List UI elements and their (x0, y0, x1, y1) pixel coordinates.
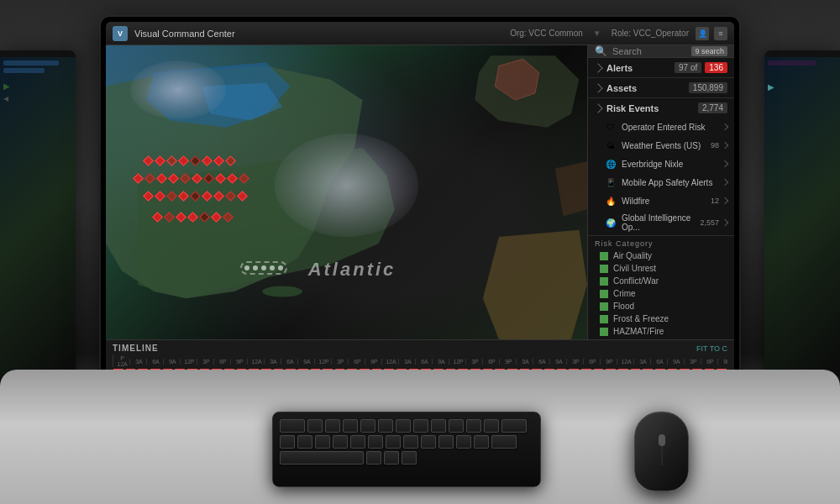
sub-item-label-1: Weather Events (US) (622, 141, 711, 150)
timeline-tick-1: 3A (129, 359, 146, 365)
menu-icon[interactable]: ≡ (714, 27, 727, 40)
timeline-tick-13: 3P (331, 359, 348, 365)
risk-category-section: Risk Category Air Quality Civil Unrest C… (588, 236, 734, 339)
timeline-tick-34: 3P (684, 359, 701, 365)
sub-item-label-5: Global Intelligence Op... (622, 213, 700, 232)
org-label: Org: VCC Common (510, 29, 583, 38)
timeline-tick-35: 6P (701, 359, 717, 365)
risk-checkbox-3[interactable] (600, 290, 608, 298)
alerts-row[interactable]: Alerts 97 of 136 (588, 58, 734, 77)
risk-label-0: Air Quality (613, 251, 652, 260)
timeline-tick-18: 6A (415, 359, 432, 365)
left-monitor: ▶ ◀ (0, 50, 76, 386)
keyboard-keys (273, 412, 540, 471)
sub-item-count-4: 12 (711, 197, 719, 205)
sub-item-icon-2: 🌐 (605, 158, 617, 170)
timeline-tick-21: 3P (465, 359, 482, 365)
risk-checkbox-6[interactable] (600, 328, 608, 336)
timeline-tick-23: 9P (499, 359, 516, 365)
assets-row[interactable]: Assets 150,899 (588, 78, 734, 97)
timeline-tick-29: 9P (600, 359, 617, 365)
risk-cat-item-1[interactable]: Civil Unrest (588, 262, 734, 275)
sub-item-label-3: Mobile App Safety Alerts (622, 178, 719, 187)
sub-item-label-4: Wildfire (622, 197, 711, 206)
user-icon[interactable]: 👤 (696, 27, 709, 40)
left-screen-content: ▶ ◀ (0, 57, 76, 106)
atlantic-label: Atlantic (308, 259, 396, 281)
risk-label-2: Conflict/War (613, 276, 659, 286)
risk-cat-item-5[interactable]: Frost & Freeze (588, 312, 734, 325)
risk-sub-item-1[interactable]: 🌤 Weather Events (US) 98 (588, 136, 734, 155)
timeline-tick-30: 12A (617, 359, 633, 365)
risk-label-4: Flood (613, 302, 634, 311)
map-area[interactable]: Atlantic (106, 45, 587, 339)
screen: V Visual Command Center Org: VCC Common … (106, 22, 734, 398)
risk-sub-item-4[interactable]: 🔥 Wildfire 12 (588, 192, 734, 210)
risk-cat-item-2[interactable]: Conflict/War (588, 275, 734, 287)
risk-label-3: Crime (613, 289, 636, 298)
mouse (634, 412, 689, 491)
timeline-tick-26: 9A (549, 359, 566, 365)
timeline-fit[interactable]: FIT TO C (696, 344, 727, 353)
mouse-divider (661, 444, 662, 465)
timeline-tick-5: 3P (197, 359, 213, 365)
search-badge: 9 search (691, 46, 727, 56)
timeline-tick-28: 6P (583, 359, 600, 365)
timeline-tick-10: 6A (281, 359, 297, 365)
title-icons: 👤 ≡ (696, 27, 727, 40)
timeline-tick-12: 12P (314, 359, 331, 365)
risk-checkbox-0[interactable] (600, 252, 608, 260)
risk-checkbox-1[interactable] (600, 265, 608, 273)
risk-cat-item-0[interactable]: Air Quality (588, 249, 734, 262)
risk-events-expand-icon (593, 103, 602, 113)
alerts-section: Alerts 97 of 136 (588, 58, 734, 78)
sub-item-label-2: Everbridge Nixle (622, 160, 719, 169)
assets-count: 150,899 (689, 82, 727, 93)
assets-label: Assets (606, 83, 689, 93)
risk-label-6: HAZMAT/Fire (613, 327, 664, 336)
timeline-tick-16: 12A (381, 359, 398, 365)
risk-checkbox-4[interactable] (600, 302, 608, 311)
sub-expand-icon-3 (722, 179, 728, 186)
risk-sub-items: 🛡 Operator Entered Risk 🌤 Weather Events… (588, 118, 734, 235)
risk-cat-item-6[interactable]: HAZMAT/Fire (588, 325, 734, 338)
risk-events-section: Risk Events 2,774 🛡 Operator Entered Ris… (588, 98, 734, 236)
timeline-header: TIMELINE FIT TO C (113, 344, 727, 353)
timeline-tick-8: 12A (247, 359, 264, 365)
right-panel: 🔍 Search 9 search Alerts 97 of 136 (587, 45, 734, 339)
right-monitor: ▶ (764, 50, 840, 386)
risk-sub-item-0[interactable]: 🛡 Operator Entered Risk (588, 118, 734, 136)
risk-cat-item-4[interactable]: Flood (588, 300, 734, 312)
risk-sub-item-3[interactable]: 📱 Mobile App Safety Alerts (588, 173, 734, 192)
risk-checkbox-5[interactable] (600, 315, 608, 323)
screen-bezel: V Visual Command Center Org: VCC Common … (101, 17, 739, 403)
risk-cat-item-3[interactable]: Crime (588, 287, 734, 300)
risk-label-5: Frost & Freeze (613, 314, 669, 323)
sub-item-count-5: 2,557 (700, 218, 719, 227)
sub-expand-icon-5 (722, 219, 728, 226)
title-bar: V Visual Command Center Org: VCC Common … (106, 22, 734, 45)
main-content: Atlantic (106, 45, 734, 339)
mouse-scroll-wheel (659, 434, 665, 446)
search-bar[interactable]: 🔍 Search 9 search (588, 45, 734, 58)
risk-sub-item-5[interactable]: 🌍 Global Intelligence Op... 2,557 (588, 210, 734, 235)
risk-sub-item-2[interactable]: 🌐 Everbridge Nixle (588, 155, 734, 173)
timeline-tick-15: 9P (365, 359, 381, 365)
role-label: Role: VCC_Operator (612, 29, 689, 38)
timeline-tick-11: 9A (297, 359, 314, 365)
sub-item-icon-4: 🔥 (605, 195, 617, 207)
sub-item-label-0: Operator Entered Risk (622, 123, 719, 132)
timeline-tick-19: 9A (432, 359, 449, 365)
risk-cat-title: Risk Category (588, 236, 734, 249)
risk-cat-items: Air Quality Civil Unrest Conflict/War Cr… (588, 249, 734, 339)
sub-expand-icon-2 (722, 160, 728, 167)
timeline-tick-20: 12P (449, 359, 465, 365)
risk-events-row[interactable]: Risk Events 2,774 (588, 98, 734, 118)
risk-label-1: Civil Unrest (613, 264, 656, 273)
timeline-tick-0: P 12A (113, 355, 129, 367)
search-text: Search (612, 46, 686, 56)
alerts-count: 97 of (675, 62, 701, 73)
risk-checkbox-2[interactable] (600, 277, 608, 286)
sub-expand-icon-1 (722, 142, 728, 149)
sub-item-icon-5: 🌍 (605, 217, 617, 228)
